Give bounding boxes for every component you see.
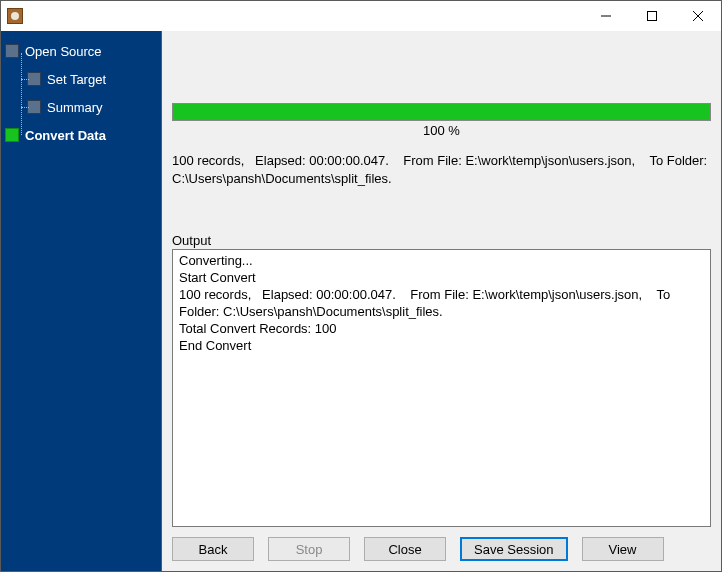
main-panel: 100 % 100 records, Elapsed: 00:00:00.047… bbox=[161, 31, 721, 571]
minimize-icon bbox=[601, 11, 611, 21]
stop-button: Stop bbox=[268, 537, 350, 561]
window-controls bbox=[583, 1, 721, 31]
sidebar-item-label: Set Target bbox=[47, 72, 106, 87]
view-button[interactable]: View bbox=[582, 537, 664, 561]
close-button[interactable]: Close bbox=[364, 537, 446, 561]
body-area: Open Source Set Target Summary Convert D… bbox=[1, 31, 721, 571]
button-row: Back Stop Close Save Session View bbox=[162, 527, 721, 571]
step-box-icon bbox=[5, 128, 19, 142]
progress-section: 100 % bbox=[172, 103, 711, 138]
close-window-button[interactable] bbox=[675, 1, 721, 31]
save-session-button[interactable]: Save Session bbox=[460, 537, 568, 561]
app-window: Open Source Set Target Summary Convert D… bbox=[0, 0, 722, 572]
titlebar bbox=[1, 1, 721, 31]
step-box-icon bbox=[27, 100, 41, 114]
titlebar-left bbox=[1, 8, 23, 24]
sidebar-item-set-target[interactable]: Set Target bbox=[5, 65, 157, 93]
conversion-summary-text: 100 records, Elapsed: 00:00:00.047. From… bbox=[172, 152, 711, 187]
close-icon bbox=[693, 11, 703, 21]
sidebar-item-convert-data[interactable]: Convert Data bbox=[5, 121, 157, 149]
back-button[interactable]: Back bbox=[172, 537, 254, 561]
step-box-icon bbox=[27, 72, 41, 86]
sidebar-item-label: Convert Data bbox=[25, 128, 106, 143]
progress-percent-label: 100 % bbox=[172, 123, 711, 138]
sidebar: Open Source Set Target Summary Convert D… bbox=[1, 31, 161, 571]
sidebar-item-open-source[interactable]: Open Source bbox=[5, 37, 157, 65]
progress-bar bbox=[172, 103, 711, 121]
step-tree: Open Source Set Target Summary Convert D… bbox=[5, 37, 157, 149]
sidebar-item-label: Summary bbox=[47, 100, 103, 115]
maximize-button[interactable] bbox=[629, 1, 675, 31]
app-icon bbox=[7, 8, 23, 24]
progress-fill bbox=[173, 104, 710, 120]
main-inner: 100 % 100 records, Elapsed: 00:00:00.047… bbox=[162, 31, 721, 527]
svg-rect-0 bbox=[648, 12, 657, 21]
output-log[interactable]: Converting... Start Convert 100 records,… bbox=[172, 249, 711, 527]
output-heading: Output bbox=[172, 233, 711, 248]
minimize-button[interactable] bbox=[583, 1, 629, 31]
step-box-icon bbox=[5, 44, 19, 58]
maximize-icon bbox=[647, 11, 657, 21]
sidebar-item-label: Open Source bbox=[25, 44, 102, 59]
sidebar-item-summary[interactable]: Summary bbox=[5, 93, 157, 121]
